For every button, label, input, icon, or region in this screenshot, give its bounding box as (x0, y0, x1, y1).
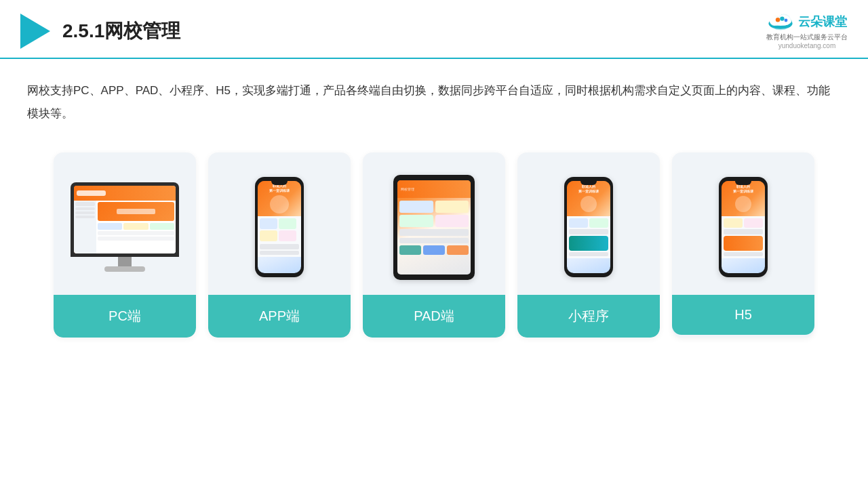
monitor-neck (118, 257, 132, 266)
card-label-app: APP端 (208, 295, 351, 338)
header-brand: 云朵课堂 教育机构一站式服务云平台 yunduoketang.com (766, 12, 848, 49)
phone-notch-miniapp (580, 181, 597, 185)
tablet-mockup: 网校管理 (393, 175, 475, 280)
card-pc: PC端 (54, 152, 196, 338)
phone-notch-h5 (735, 181, 751, 185)
logo-triangle-icon (20, 14, 50, 49)
card-image-miniapp: 职追人的第一堂训练课 (517, 152, 660, 295)
description-text: 网校支持PC、APP、PAD、小程序、H5，实现多端打通，产品各终端自由切换，数… (0, 59, 868, 132)
card-h5: 职追人的第一堂训练课 H5 (672, 152, 814, 338)
phone-mockup-h5: 职追人的第一堂训练课 (719, 177, 768, 277)
tablet-content-rows (397, 198, 471, 258)
phone-notch-app (271, 181, 288, 185)
card-label-miniapp: 小程序 (517, 295, 660, 338)
monitor-base (104, 266, 145, 272)
card-app: 职追人的第一堂训练课 APP端 (208, 152, 351, 338)
tablet-screen: 网校管理 (397, 180, 471, 274)
card-label-h5: H5 (672, 295, 814, 335)
svg-point-11 (780, 16, 784, 20)
phone-mockup-miniapp: 职追人的第一堂训练课 (564, 177, 613, 277)
monitor-screen (74, 186, 176, 253)
phone-mockup-app: 职追人的第一堂训练课 (255, 177, 304, 277)
brand-tagline: 教育机构一站式服务云平台 (766, 33, 848, 42)
brand-logo: 云朵课堂 (767, 12, 847, 31)
header: 2.5.1网校管理 云朵课堂 教育机 (0, 0, 868, 59)
brand-url: yunduoketang.com (778, 42, 836, 49)
svg-point-12 (785, 19, 788, 22)
card-label-pc: PC端 (54, 295, 196, 338)
card-image-h5: 职追人的第一堂训练课 (672, 152, 814, 295)
card-image-app: 职追人的第一堂训练课 (208, 152, 351, 295)
header-left: 2.5.1网校管理 (20, 14, 180, 49)
card-image-pad: 网校管理 (363, 152, 505, 295)
tablet-top-bar: 网校管理 (397, 180, 471, 198)
card-miniapp: 职追人的第一堂训练课 (517, 152, 660, 338)
description-paragraph: 网校支持PC、APP、PAD、小程序、H5，实现多端打通，产品各终端自由切换，数… (27, 79, 841, 125)
svg-point-10 (776, 18, 780, 22)
brand-name: 云朵课堂 (798, 14, 847, 30)
cards-area: PC端 职追人的第一堂训练课 (0, 132, 868, 351)
card-image-pc (54, 152, 196, 295)
page-title: 2.5.1网校管理 (62, 18, 180, 44)
card-label-pad: PAD端 (363, 295, 505, 338)
phone-screen-miniapp: 职追人的第一堂训练课 (567, 181, 610, 273)
monitor-outer (71, 182, 179, 257)
pc-monitor (71, 182, 179, 272)
phone-screen-app: 职追人的第一堂训练课 (258, 181, 301, 273)
card-pad: 网校管理 (363, 152, 505, 338)
cloud-icon (767, 12, 794, 31)
phone-screen-h5: 职追人的第一堂训练课 (722, 181, 765, 273)
